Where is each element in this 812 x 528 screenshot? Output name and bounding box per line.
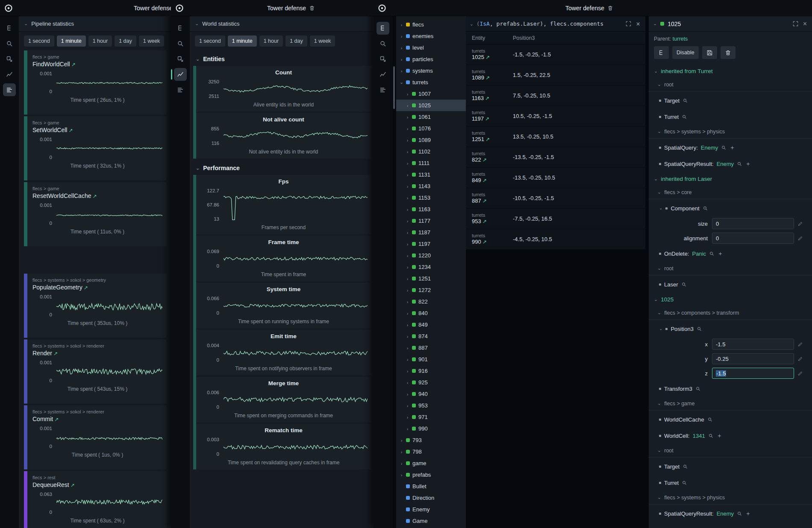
query-row-887[interactable]: turrets887 ↗-10.5, -0.25, -1.5 <box>466 188 645 209</box>
chevron-right-icon[interactable]: › <box>400 34 403 39</box>
chevron-right-icon[interactable]: › <box>400 57 403 62</box>
tree-item-1177[interactable]: ›1177 <box>396 215 466 227</box>
field-input-x[interactable]: -1.5 <box>712 339 794 350</box>
component-value[interactable]: Enemy <box>717 161 734 167</box>
tree-sidebar-button[interactable] <box>174 22 187 35</box>
external-link-icon[interactable]: ↗ <box>484 95 489 101</box>
external-link-icon[interactable]: ↗ <box>481 177 487 183</box>
tree-scrollbar[interactable] <box>393 66 395 109</box>
tree-item-849[interactable]: ›849 <box>396 319 466 330</box>
tree-item-1220[interactable]: ›1220 <box>396 250 466 261</box>
tree-item-1025[interactable]: ›1025 <box>396 100 466 111</box>
chevron-down-icon[interactable]: ⌄ <box>653 21 657 26</box>
tree-view-button[interactable] <box>654 46 669 59</box>
chevron-right-icon[interactable]: › <box>406 195 409 201</box>
tree-item-1187[interactable]: ›1187 <box>396 227 466 238</box>
component-group-header[interactable]: ⌄root <box>649 444 812 457</box>
world-panel-header[interactable]: ⌄ World statistics <box>190 16 374 32</box>
chevron-right-icon[interactable]: › <box>406 126 409 131</box>
chevron-right-icon[interactable]: › <box>406 138 409 143</box>
disable-button[interactable]: Disable <box>672 46 699 59</box>
component-group-header[interactable]: ⌄flecs > systems > physics <box>649 491 812 504</box>
external-link-icon[interactable]: ↗ <box>484 54 490 60</box>
trash-icon[interactable] <box>607 5 613 11</box>
query-row-1197[interactable]: turrets1197 ↗10.5, -0.25, -1.5 <box>466 106 645 127</box>
chevron-right-icon[interactable]: › <box>400 68 403 74</box>
tree-item-1272[interactable]: ›1272 <box>396 284 466 296</box>
tree-item-Direction[interactable]: Direction <box>396 492 466 504</box>
external-link-icon[interactable]: ↗ <box>70 62 76 68</box>
chevron-right-icon[interactable]: › <box>406 345 409 351</box>
tree-item-916[interactable]: ›916 <box>396 365 466 377</box>
component-row-Laser[interactable]: Laser <box>649 276 812 292</box>
chevron-right-icon[interactable]: › <box>406 311 409 316</box>
component-row-OnDelete[interactable]: OnDelete:Panic <box>649 245 812 262</box>
chevron-right-icon[interactable]: › <box>406 115 409 120</box>
range-button-1-hour[interactable]: 1 hour <box>88 35 112 47</box>
query-row-1025[interactable]: turrets1025 ↗-1.5, -0.25, -1.5 <box>466 44 645 65</box>
expand-icon[interactable] <box>792 21 799 27</box>
external-link-icon[interactable]: ↗ <box>484 75 490 81</box>
section-header-entities[interactable]: ⌄Entities <box>193 51 371 66</box>
chart-sidebar-button[interactable] <box>3 68 16 81</box>
component-value[interactable]: Enemy <box>717 510 734 517</box>
query-row-953[interactable]: turrets953 ↗-7.5, -0.25, 16.5 <box>466 209 645 229</box>
chevron-right-icon[interactable]: › <box>406 218 409 224</box>
component-group-header[interactable]: ⌄flecs > systems > physics <box>649 125 812 139</box>
component-value[interactable]: 1341 <box>693 433 705 439</box>
component-row-SpatialQuery[interactable]: SpatialQuery:Enemy <box>649 139 812 156</box>
range-button-1-second[interactable]: 1 second <box>195 35 225 47</box>
search-sidebar-button[interactable] <box>3 37 16 50</box>
search-sidebar-button[interactable] <box>377 37 389 50</box>
save-button[interactable] <box>702 46 717 59</box>
tree-item-enemies[interactable]: ›enemies <box>396 30 466 42</box>
chevron-right-icon[interactable]: › <box>406 288 409 293</box>
tree-item-1007[interactable]: ›1007 <box>396 88 466 100</box>
external-link-icon[interactable]: ↗ <box>82 285 88 291</box>
chevron-right-icon[interactable]: › <box>400 461 403 466</box>
tree-item-1076[interactable]: ›1076 <box>396 123 466 134</box>
chevron-right-icon[interactable]: › <box>406 207 409 212</box>
chevron-right-icon[interactable]: › <box>406 265 409 270</box>
tree-item-925[interactable]: ›925 <box>396 377 466 388</box>
chevron-right-icon[interactable]: › <box>400 449 403 454</box>
chevron-right-icon[interactable]: › <box>406 369 409 374</box>
chevron-right-icon[interactable]: › <box>406 172 409 177</box>
tree-item-1089[interactable]: ›1089 <box>396 134 466 146</box>
query-row-822[interactable]: turrets822 ↗-13.5, -0.25, -1.5 <box>466 147 645 168</box>
chevron-right-icon[interactable]: › <box>406 334 409 339</box>
parent-link[interactable]: turrets <box>673 36 688 42</box>
query-row-990[interactable]: turrets990 ↗-4.5, -0.25, 10.5 <box>466 229 645 250</box>
chevron-right-icon[interactable]: › <box>406 380 409 385</box>
tree-item-game[interactable]: ›game <box>396 457 466 469</box>
external-link-icon[interactable]: ↗ <box>481 198 487 204</box>
external-link-icon[interactable]: ↗ <box>53 416 59 422</box>
query-row-849[interactable]: turrets849 ↗-13.5, -0.25, 10.5 <box>466 168 645 188</box>
tree-item-1197[interactable]: ›1197 <box>396 238 466 250</box>
tree-item-Bullet[interactable]: Bullet <box>396 481 466 492</box>
tree-item-901[interactable]: ›901 <box>396 354 466 365</box>
range-button-1-day[interactable]: 1 day <box>285 35 307 47</box>
external-link-icon[interactable]: ↗ <box>481 239 487 245</box>
tree-item-887[interactable]: ›887 <box>396 342 466 354</box>
external-link-icon[interactable]: ↗ <box>484 136 490 142</box>
external-link-icon[interactable]: ↗ <box>481 218 487 224</box>
chevron-right-icon[interactable]: › <box>406 357 409 362</box>
tree-item-1131[interactable]: ›1131 <box>396 169 466 180</box>
component-group-header[interactable]: ⌄root <box>649 262 812 275</box>
inspect-sidebar-button[interactable] <box>174 53 187 65</box>
external-link-icon[interactable]: ↗ <box>484 116 489 122</box>
inspector-section-header[interactable]: ⌄inherited from Turret <box>649 64 812 78</box>
chevron-right-icon[interactable]: › <box>406 184 409 189</box>
chevron-right-icon[interactable]: › <box>406 299 409 304</box>
flecs-logo-icon[interactable] <box>4 4 13 12</box>
tree-item-systems[interactable]: ›systems <box>396 65 466 77</box>
inspector-section-header[interactable]: ⌄1025 <box>649 292 812 306</box>
field-input-y[interactable]: -0.25 <box>712 353 794 364</box>
chevron-right-icon[interactable]: › <box>406 230 409 235</box>
chevron-down-icon[interactable]: ⌄ <box>470 21 473 26</box>
tree-item-1153[interactable]: ›1153 <box>396 192 466 204</box>
component-row-Transform3[interactable]: Transform3 <box>649 381 812 397</box>
tree-item-particles[interactable]: ›particles <box>396 53 466 65</box>
component-group-header[interactable]: ⌄flecs > components > transform <box>649 306 812 320</box>
